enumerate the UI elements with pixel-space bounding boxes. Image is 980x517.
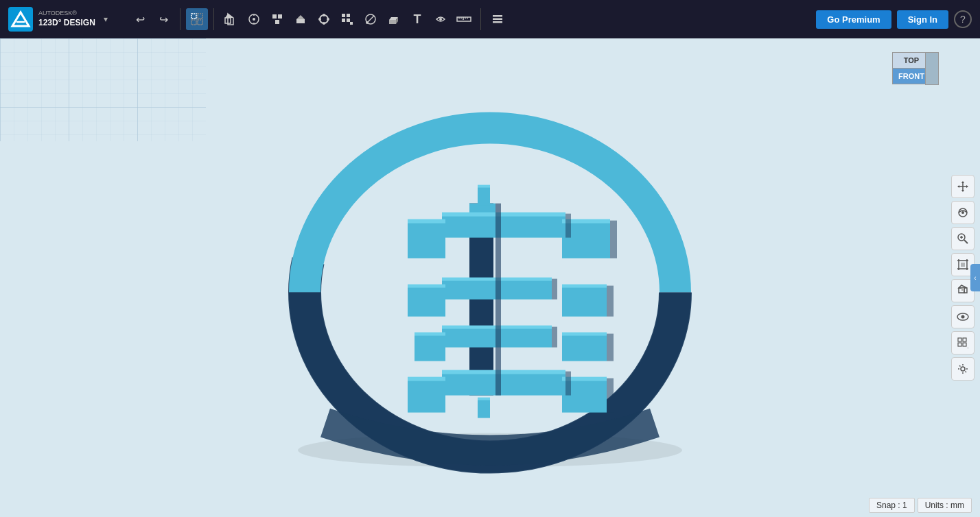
- measure-icon: [364, 12, 377, 26]
- svg-rect-50: [442, 214, 565, 238]
- header-right: Go Premium Sign In ?: [808, 10, 980, 29]
- ruler-button[interactable]: [453, 8, 475, 30]
- svg-rect-49: [478, 185, 490, 188]
- svg-rect-39: [493, 15, 502, 17]
- header: AUTODESK® 123D° DESIGN ▾ ↩ ↪: [0, 0, 980, 38]
- view-home-button[interactable]: [220, 8, 242, 30]
- svg-rect-26: [350, 22, 353, 25]
- svg-rect-98: [961, 263, 965, 267]
- modify-button[interactable]: [313, 8, 335, 30]
- zoom-button[interactable]: [951, 227, 975, 250]
- zoom-icon: [957, 232, 969, 245]
- svg-rect-63: [415, 333, 445, 336]
- svg-rect-70: [562, 334, 607, 361]
- sign-in-button[interactable]: Sign In: [897, 10, 948, 29]
- canvas[interactable]: TOP FRONT: [0, 38, 980, 517]
- svg-rect-40: [493, 19, 502, 21]
- toolbar-separator-2: [213, 8, 214, 30]
- grid-button[interactable]: [951, 331, 975, 354]
- svg-rect-76: [495, 204, 501, 396]
- extrude-button[interactable]: [290, 8, 312, 30]
- svg-marker-109: [961, 288, 964, 291]
- svg-rect-48: [478, 187, 490, 206]
- svg-rect-25: [347, 19, 350, 22]
- redo-button[interactable]: ↪: [152, 8, 174, 30]
- svg-rect-69: [562, 285, 607, 288]
- svg-line-94: [964, 240, 968, 243]
- svg-rect-43: [0, 38, 206, 141]
- svg-rect-84: [607, 378, 614, 413]
- measure-button[interactable]: [360, 8, 382, 30]
- svg-rect-22: [342, 14, 345, 17]
- orbit-icon: [957, 206, 969, 219]
- svg-point-32: [439, 18, 442, 21]
- svg-point-20: [318, 18, 321, 21]
- svg-point-92: [961, 211, 964, 214]
- box-select-icon: [190, 12, 204, 26]
- svg-point-19: [323, 22, 325, 25]
- svg-line-122: [959, 365, 961, 367]
- construct-icon: [270, 12, 284, 26]
- box-select-button[interactable]: [186, 8, 208, 30]
- svg-rect-23: [347, 14, 350, 17]
- svg-rect-83: [607, 334, 614, 361]
- orbit-button[interactable]: [951, 201, 975, 224]
- svg-rect-115: [963, 343, 966, 346]
- main-toolbar: ↩ ↪: [124, 8, 808, 30]
- home-view-icon: [957, 285, 969, 297]
- svg-point-21: [327, 18, 329, 21]
- svg-rect-75: [478, 398, 490, 400]
- svg-rect-61: [408, 285, 445, 288]
- go-premium-button[interactable]: Go Premium: [816, 10, 891, 29]
- svg-rect-15: [296, 19, 305, 23]
- panel-collapse-tab[interactable]: ‹: [970, 264, 980, 291]
- svg-marker-88: [961, 190, 964, 192]
- view-cube: TOP FRONT: [884, 52, 939, 107]
- autodesk-logo-icon: [8, 7, 33, 32]
- show-hide-button[interactable]: [951, 305, 975, 328]
- pan-button[interactable]: [951, 175, 975, 198]
- svg-rect-59: [408, 219, 445, 224]
- layers-button[interactable]: [487, 8, 509, 30]
- primitives-button[interactable]: [383, 8, 405, 30]
- scripts-icon: [434, 12, 447, 26]
- svg-point-9: [253, 18, 255, 21]
- ruler-icon: [456, 14, 471, 25]
- construct-button[interactable]: [266, 8, 288, 30]
- svg-line-123: [966, 372, 967, 373]
- grid-background: [0, 38, 206, 141]
- help-button[interactable]: ?: [954, 10, 972, 28]
- snap-settings-button[interactable]: [951, 357, 975, 381]
- text-button[interactable]: T: [406, 8, 428, 30]
- svg-rect-12: [272, 14, 277, 19]
- svg-rect-113: [963, 338, 966, 341]
- sketch-button[interactable]: [243, 8, 265, 30]
- svg-rect-62: [415, 334, 445, 361]
- view-cube-side[interactable]: [925, 52, 939, 85]
- pattern-button[interactable]: [336, 8, 358, 30]
- logo-area: AUTODESK® 123D° DESIGN ▾: [0, 7, 124, 32]
- svg-rect-58: [408, 221, 445, 258]
- sketch-icon: [247, 12, 261, 26]
- snap-status[interactable]: Snap : 1: [869, 498, 915, 513]
- svg-point-117: [961, 367, 965, 371]
- svg-marker-16: [296, 15, 305, 19]
- svg-rect-79: [552, 327, 557, 348]
- svg-rect-56: [442, 372, 565, 396]
- svg-rect-60: [408, 286, 445, 317]
- svg-rect-77: [565, 214, 571, 238]
- snap-settings-icon: [957, 363, 969, 375]
- units-status[interactable]: Units : mm: [918, 498, 972, 513]
- svg-rect-65: [408, 377, 445, 381]
- layers-icon: [491, 12, 504, 26]
- grid-icon: [957, 337, 969, 349]
- app-dropdown-arrow[interactable]: ▾: [104, 14, 108, 24]
- svg-rect-2: [198, 14, 202, 19]
- view-home-icon: [224, 12, 237, 26]
- logo-text: AUTODESK® 123D° DESIGN: [38, 10, 95, 28]
- primitives-icon: [387, 12, 401, 26]
- scripts-button[interactable]: [430, 8, 452, 30]
- svg-rect-57: [442, 370, 565, 374]
- svg-rect-74: [478, 399, 490, 418]
- undo-button[interactable]: ↩: [129, 8, 151, 30]
